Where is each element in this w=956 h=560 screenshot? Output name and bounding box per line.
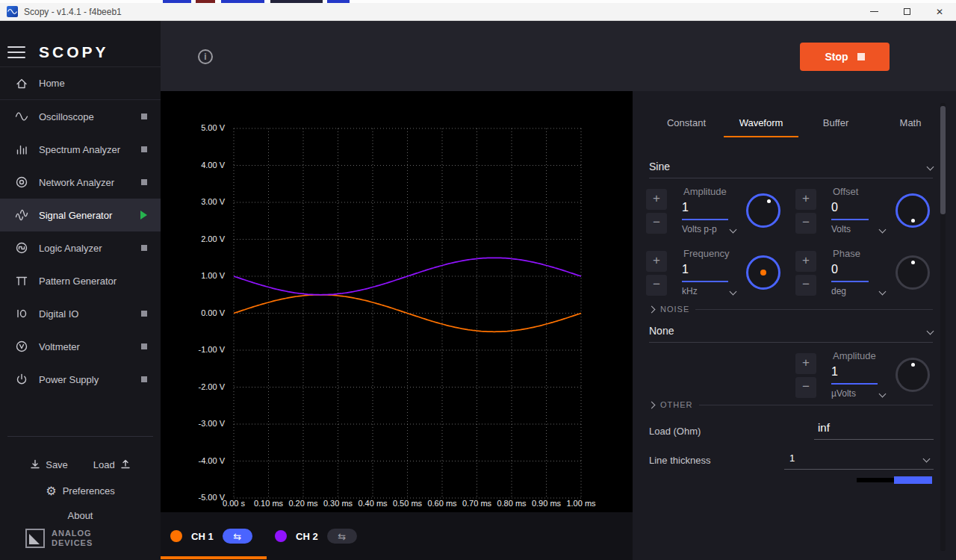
ch2-enable-toggle[interactable]: ⇆ xyxy=(327,529,357,544)
load-button[interactable]: Load xyxy=(93,458,131,470)
panel-scrollbar[interactable] xyxy=(940,103,946,551)
noise-amplitude-knob[interactable] xyxy=(896,358,930,392)
noise-type-select[interactable]: None xyxy=(649,321,933,340)
noise-type-value: None xyxy=(649,325,674,337)
offset-value-field[interactable]: 0 xyxy=(831,201,838,214)
sidebar-item-pattern-generator[interactable]: Pattern Generator xyxy=(0,264,161,297)
sidebar-item-digital-io[interactable]: Digital IO xyxy=(0,297,161,330)
sidebar-item-power-supply[interactable]: Power Supply xyxy=(0,363,161,396)
slider-thumb[interactable] xyxy=(894,476,932,484)
sidebar-item-network-analyzer[interactable]: Network Analyzer xyxy=(0,166,161,199)
stopped-indicator-icon[interactable] xyxy=(141,376,147,382)
waveform-type-select[interactable]: Sine xyxy=(649,157,933,176)
sidebar-item-signal-generator[interactable]: Signal Generator xyxy=(0,199,161,231)
tab-math[interactable]: Math xyxy=(873,109,948,137)
phase-increment-button[interactable]: + xyxy=(795,251,816,272)
offset-control: + − Offset 0 Volts xyxy=(795,184,942,249)
phase-control: + − Phase 0 deg xyxy=(795,246,942,311)
offset-increment-button[interactable]: + xyxy=(795,189,816,210)
amplitude-knob[interactable] xyxy=(746,193,780,228)
offset-unit-select[interactable]: Volts xyxy=(831,224,885,234)
sidebar-item-home[interactable]: Home xyxy=(0,67,161,100)
x-axis-tick: 0.30 ms xyxy=(320,499,356,508)
phase-unit-select[interactable]: deg xyxy=(831,286,885,296)
line-thickness-select[interactable]: 1 xyxy=(789,452,795,464)
frequency-value-field[interactable]: 1 xyxy=(682,263,689,276)
stopped-indicator-icon[interactable] xyxy=(141,146,147,152)
chevron-down-icon xyxy=(927,163,934,170)
plot-zoom-slider[interactable] xyxy=(857,476,932,484)
x-axis-tick: 0.00 s xyxy=(216,499,252,508)
tab-waveform[interactable]: Waveform xyxy=(724,109,798,137)
about-link[interactable]: About xyxy=(0,506,161,524)
sidebar-item-label: Logic Analyzer xyxy=(39,243,102,254)
stop-label: Stop xyxy=(825,51,848,63)
preferences-button[interactable]: ⚙ Preferences xyxy=(0,479,161,502)
x-axis-tick: 0.20 ms xyxy=(285,499,321,508)
knob-indicator-dot xyxy=(911,219,915,223)
divider xyxy=(649,342,933,343)
ch1-enable-toggle[interactable]: ⇆ xyxy=(223,529,252,544)
close-button[interactable]: ✕ xyxy=(923,3,956,21)
menu-hamburger-icon[interactable] xyxy=(7,46,25,59)
sidebar-item-spectrum-analyzer[interactable]: Spectrum Analyzer xyxy=(0,133,161,166)
scrollbar-thumb[interactable] xyxy=(940,106,946,214)
minimize-button[interactable] xyxy=(857,3,890,21)
sidebar-item-oscilloscope[interactable]: Oscilloscope xyxy=(0,100,161,133)
frequency-knob[interactable] xyxy=(746,255,780,290)
offset-decrement-button[interactable]: − xyxy=(795,213,816,234)
sidebar-item-label: Voltmeter xyxy=(39,341,80,352)
sidebar-item-label: Digital IO xyxy=(39,308,78,320)
adi-logo-icon xyxy=(25,529,45,548)
app-icon xyxy=(7,6,18,17)
load-ohm-field[interactable]: inf xyxy=(818,421,830,434)
stopped-indicator-icon[interactable] xyxy=(141,179,147,185)
offset-knob[interactable] xyxy=(896,193,930,228)
channel-2-tab[interactable]: CH 2 ⇆ xyxy=(275,512,357,560)
noise-amplitude-unit-select[interactable]: µVolts xyxy=(831,388,885,399)
stopped-indicator-icon[interactable] xyxy=(141,245,147,251)
offset-unit-label: Volts xyxy=(831,224,851,234)
stopped-indicator-icon[interactable] xyxy=(141,343,147,349)
noise-amplitude-decrement-button[interactable]: − xyxy=(795,377,816,398)
section-line xyxy=(699,405,934,405)
chevron-down-icon xyxy=(923,455,931,463)
frequency-unit-select[interactable]: kHz xyxy=(682,286,736,296)
sidebar-item-voltmeter[interactable]: Voltmeter xyxy=(0,330,161,363)
x-axis-tick: 0.90 ms xyxy=(529,499,565,508)
phase-value-field[interactable]: 0 xyxy=(831,263,838,276)
noise-amplitude-value-field[interactable]: 1 xyxy=(831,365,838,379)
minimize-icon xyxy=(870,11,878,12)
signal-generator-icon xyxy=(15,208,28,222)
waveform-type-value: Sine xyxy=(649,161,670,172)
stop-button[interactable]: Stop xyxy=(800,43,890,71)
maximize-button[interactable] xyxy=(890,3,923,21)
frequency-increment-button[interactable]: + xyxy=(646,251,667,272)
x-axis-labels: 0.00 s0.10 ms0.20 ms0.30 ms0.40 ms0.50 m… xyxy=(161,499,633,511)
frequency-decrement-button[interactable]: − xyxy=(646,275,667,296)
stopped-indicator-icon[interactable] xyxy=(141,113,147,119)
load-ohm-label: Load (Ohm) xyxy=(649,426,701,437)
sidebar-item-label: Home xyxy=(39,78,65,89)
phase-knob[interactable] xyxy=(896,255,930,290)
amplitude-value-field[interactable]: 1 xyxy=(682,201,689,214)
running-indicator-icon[interactable] xyxy=(140,211,147,220)
noise-section-header[interactable]: NOISE xyxy=(649,303,933,315)
sidebar-nav: Home Oscilloscope Spectrum Analyzer Netw… xyxy=(0,67,161,396)
save-button[interactable]: Save xyxy=(29,458,68,470)
channel-1-tab[interactable]: CH 1 ⇆ xyxy=(170,512,252,560)
tab-constant[interactable]: Constant xyxy=(649,109,724,137)
amplitude-unit-select[interactable]: Volts p-p xyxy=(682,224,736,234)
x-axis-tick: 0.40 ms xyxy=(355,499,391,508)
waveform-plot[interactable]: 5.00 V4.00 V3.00 V2.00 V1.00 V0.00 V-1.0… xyxy=(161,91,633,512)
stopped-indicator-icon[interactable] xyxy=(141,311,147,317)
phase-decrement-button[interactable]: − xyxy=(795,275,816,296)
frequency-control: + − Frequency 1 kHz xyxy=(646,246,792,311)
info-button[interactable]: i xyxy=(198,49,213,64)
amplitude-decrement-button[interactable]: − xyxy=(646,213,667,234)
tab-buffer[interactable]: Buffer xyxy=(798,109,873,137)
amplitude-increment-button[interactable]: + xyxy=(646,189,667,210)
noise-amplitude-increment-button[interactable]: + xyxy=(795,353,816,374)
other-section-header[interactable]: OTHER xyxy=(649,399,933,411)
sidebar-item-logic-analyzer[interactable]: Logic Analyzer xyxy=(0,231,161,264)
